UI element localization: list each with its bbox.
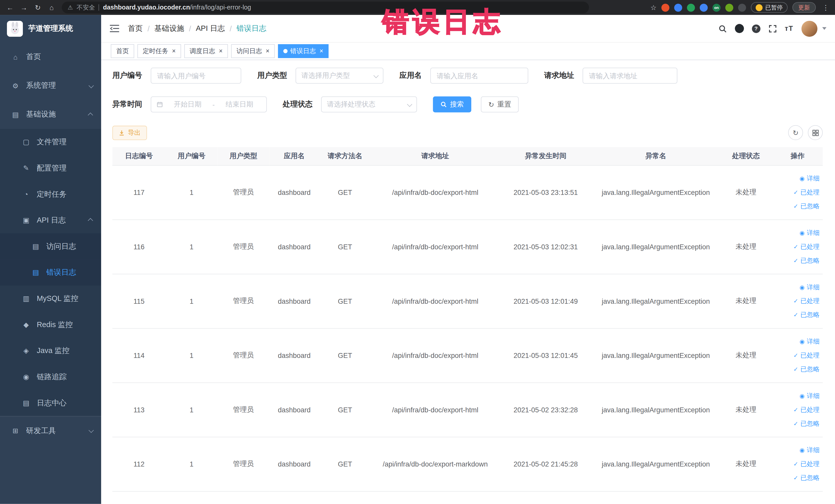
check-icon: ✓ xyxy=(793,185,798,199)
sidebar-item-12[interactable]: ◉链路追踪 xyxy=(0,364,101,390)
reload-icon[interactable]: ↻ xyxy=(32,2,44,13)
tab-1[interactable]: 定时任务× xyxy=(137,44,181,58)
row-action-详细[interactable]: ◉详细 xyxy=(775,335,820,348)
export-button[interactable]: 导出 xyxy=(113,125,147,140)
row-action-已处理[interactable]: ✓已处理 xyxy=(775,240,820,254)
row-action-已忽略[interactable]: ✓已忽略 xyxy=(775,308,820,322)
row-action-已忽略[interactable]: ✓已忽略 xyxy=(775,254,820,267)
close-icon[interactable]: × xyxy=(320,48,323,55)
back-icon[interactable]: ← xyxy=(4,2,16,13)
extension-on-badge-icon[interactable]: on xyxy=(713,3,720,11)
row-action-已忽略[interactable]: ✓已忽略 xyxy=(775,199,820,213)
browser-actions: ☆on 已暂停 更新 ⋮ xyxy=(650,2,831,13)
user-avatar[interactable] xyxy=(801,21,817,37)
not-secure-warning-icon: ⚠ xyxy=(67,4,73,11)
app-name-input[interactable] xyxy=(430,67,528,83)
extension-pin-icon[interactable] xyxy=(738,3,746,11)
browser-update-button[interactable]: 更新 xyxy=(792,2,816,13)
sidebar-item-1[interactable]: ⚙系统管理 xyxy=(0,72,101,100)
bookmark-star-icon[interactable]: ☆ xyxy=(650,3,657,11)
sidebar-item-13[interactable]: ▤日志中心 xyxy=(0,390,101,416)
home-icon[interactable]: ⌂ xyxy=(46,2,58,13)
sidebar-item-5[interactable]: ◔定时任务 xyxy=(0,181,101,207)
app-logo-row[interactable]: 芋道管理系统 xyxy=(0,15,101,43)
doc-icon: ▤ xyxy=(31,242,40,250)
sidebar-item-10[interactable]: ◆Redis 监控 xyxy=(0,312,101,338)
address-bar[interactable]: ⚠ 不安全 dashboard.yudao.iocoder.cn/infra/l… xyxy=(62,2,589,13)
filter-app-name: 应用名 xyxy=(400,67,528,83)
row-action-详细[interactable]: ◉详细 xyxy=(775,226,820,240)
row-action-已处理[interactable]: ✓已处理 xyxy=(775,185,820,199)
row-action-已处理[interactable]: ✓已处理 xyxy=(775,457,820,471)
exception-time-range-picker[interactable]: 开始日期 - 结束日期 xyxy=(151,97,267,113)
sidebar-item-3[interactable]: ▢文件管理 xyxy=(0,129,101,155)
sidebar-menu: ⌂首页⚙系统管理▤基础设施▢文件管理✎配置管理◔定时任务▣API 日志▤访问日志… xyxy=(0,43,101,504)
tab-0[interactable]: 首页 xyxy=(111,44,134,58)
sidebar-item-11[interactable]: ◈Java 监控 xyxy=(0,338,101,364)
tab-4[interactable]: 错误日志× xyxy=(278,44,329,58)
browser-menu-icon[interactable]: ⋮ xyxy=(821,3,831,11)
tab-3[interactable]: 访问日志× xyxy=(231,44,274,58)
request-url-input[interactable] xyxy=(583,67,677,83)
table-cell: dashboard xyxy=(269,165,319,220)
row-action-已处理[interactable]: ✓已处理 xyxy=(775,403,820,417)
row-action-已忽略[interactable]: ✓已忽略 xyxy=(775,362,820,376)
sidebar-item-14[interactable]: ⊞研发工具 xyxy=(0,416,101,445)
url-domain: dashboard.yudao.iocoder.cn xyxy=(103,4,190,11)
column-settings-button[interactable] xyxy=(808,125,823,140)
row-action-详细[interactable]: ◉详细 xyxy=(775,443,820,457)
font-size-icon[interactable]: тT xyxy=(785,24,793,32)
user-id-input[interactable] xyxy=(151,67,241,83)
row-action-已处理[interactable]: ✓已处理 xyxy=(775,348,820,362)
process-status-placeholder: 请选择处理状态 xyxy=(327,100,375,109)
extension-leaf-icon[interactable] xyxy=(726,3,733,11)
refresh-table-button[interactable]: ↻ xyxy=(788,125,803,140)
table-cell: 管理员 xyxy=(218,437,269,491)
row-action-详细[interactable]: ◉详细 xyxy=(775,172,820,185)
sidebar-item-9[interactable]: ▥MySQL 监控 xyxy=(0,285,101,312)
github-icon[interactable] xyxy=(735,24,744,33)
close-icon[interactable]: × xyxy=(219,48,223,55)
user-type-select[interactable]: 请选择用户类型 xyxy=(296,67,383,83)
search-button[interactable]: 搜索 xyxy=(433,97,471,113)
row-action-详细[interactable]: ◉详细 xyxy=(775,389,820,403)
app-logo-rabbit-icon xyxy=(7,21,23,37)
sidebar-item-7[interactable]: ▤访问日志 xyxy=(0,234,101,260)
row-action-已处理[interactable]: ✓已处理 xyxy=(775,294,820,308)
table-cell: 1 xyxy=(166,165,218,220)
extension-grid-icon[interactable] xyxy=(700,3,708,11)
breadcrumb-item-0[interactable]: 首页 xyxy=(128,24,143,33)
breadcrumb-separator: / xyxy=(148,24,150,33)
row-action-详细[interactable]: ◉详细 xyxy=(775,280,820,294)
row-action-已忽略[interactable]: ✓已忽略 xyxy=(775,417,820,430)
search-icon[interactable] xyxy=(718,24,727,33)
table-tools: ↻ xyxy=(788,125,823,140)
check-icon: ✓ xyxy=(793,240,798,254)
extension-blue-drop-icon[interactable] xyxy=(674,3,682,11)
avatar-caret-icon[interactable] xyxy=(822,27,827,30)
row-action-已忽略[interactable]: ✓已忽略 xyxy=(775,471,820,485)
sidebar-item-8[interactable]: ▤错误日志 xyxy=(0,259,101,285)
check-icon: ✓ xyxy=(793,348,798,362)
sidebar-item-4[interactable]: ✎配置管理 xyxy=(0,155,101,181)
extension-green-icon[interactable] xyxy=(687,3,695,11)
help-icon[interactable]: ? xyxy=(752,24,760,33)
row-action-label: 详细 xyxy=(807,172,820,185)
sidebar-item-0[interactable]: ⌂首页 xyxy=(0,43,101,72)
profile-paused-badge[interactable]: 已暂停 xyxy=(751,2,788,13)
table-cell: dashboard xyxy=(269,328,319,383)
reset-button[interactable]: ↻ 重置 xyxy=(481,97,518,113)
fullscreen-icon[interactable] xyxy=(768,24,777,33)
forward-icon[interactable]: → xyxy=(18,2,30,13)
close-icon[interactable]: × xyxy=(266,48,269,55)
process-status-select[interactable]: 请选择处理状态 xyxy=(321,97,417,113)
breadcrumb-item-1[interactable]: 基础设施 xyxy=(154,24,184,33)
sidebar-item-2[interactable]: ▤基础设施 xyxy=(0,100,101,129)
tab-2[interactable]: 调度日志× xyxy=(184,44,228,58)
close-icon[interactable]: × xyxy=(172,48,176,55)
address-divider xyxy=(99,4,99,11)
extension-red-icon[interactable] xyxy=(661,3,669,11)
breadcrumb-item-2[interactable]: API 日志 xyxy=(196,24,225,33)
sidebar-item-6[interactable]: ▣API 日志 xyxy=(0,207,101,234)
hamburger-icon[interactable] xyxy=(109,24,119,32)
